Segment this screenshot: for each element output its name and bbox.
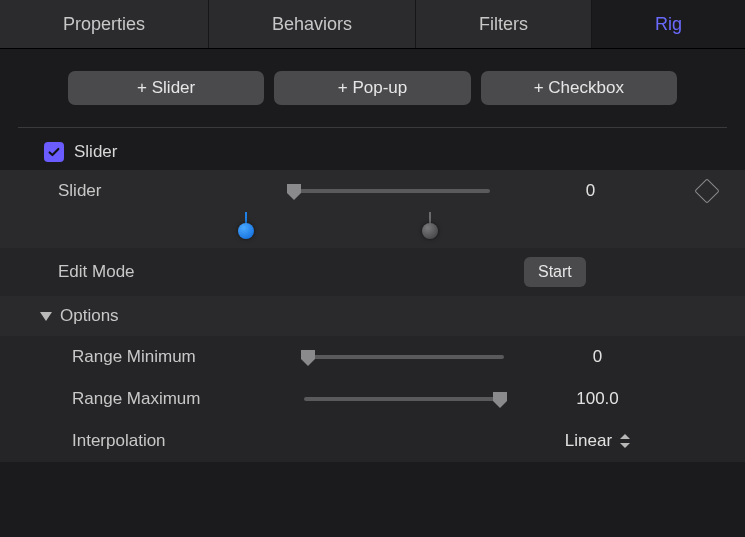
snapshot-pin-active[interactable] xyxy=(238,212,254,238)
range-min-label: Range Minimum xyxy=(0,347,304,367)
add-widget-buttons: + Slider + Pop-up + Checkbox xyxy=(0,49,745,127)
slider-control[interactable] xyxy=(290,179,518,203)
tab-rig[interactable]: Rig xyxy=(592,0,745,48)
slider-value[interactable]: 0 xyxy=(518,181,687,201)
popup-arrows-icon xyxy=(620,434,630,448)
range-min-control[interactable] xyxy=(304,345,532,369)
options-label: Options xyxy=(60,306,119,326)
snapshot-track[interactable] xyxy=(232,212,460,240)
add-popup-button[interactable]: + Pop-up xyxy=(274,71,470,105)
tab-behaviors[interactable]: Behaviors xyxy=(209,0,416,48)
tab-filters[interactable]: Filters xyxy=(416,0,592,48)
options-header-row[interactable]: Options xyxy=(0,296,745,336)
slider-value-row: Slider 0 xyxy=(0,170,745,212)
widget-title: Slider xyxy=(74,142,117,162)
interpolation-label: Interpolation xyxy=(0,431,304,451)
range-max-value[interactable]: 100.0 xyxy=(532,389,687,409)
slider-track xyxy=(290,189,490,193)
add-checkbox-button[interactable]: + Checkbox xyxy=(481,71,677,105)
edit-mode-row: Edit Mode Start xyxy=(0,248,745,296)
widget-enable-checkbox[interactable] xyxy=(44,142,64,162)
range-max-row: Range Maximum 100.0 xyxy=(0,378,745,420)
snapshot-pin[interactable] xyxy=(422,212,438,238)
range-min-track xyxy=(304,355,504,359)
checkmark-icon xyxy=(47,145,61,159)
add-slider-button[interactable]: + Slider xyxy=(68,71,264,105)
interpolation-row: Interpolation Linear xyxy=(0,420,745,462)
range-max-thumb[interactable] xyxy=(491,391,509,409)
interpolation-value: Linear xyxy=(565,431,612,451)
keyframe-icon[interactable] xyxy=(694,178,719,203)
range-min-value[interactable]: 0 xyxy=(532,347,687,367)
snapshot-pin-row xyxy=(0,212,745,248)
widget-header: Slider xyxy=(0,136,745,170)
section-divider xyxy=(18,127,727,128)
edit-mode-start-button[interactable]: Start xyxy=(524,257,586,287)
disclosure-triangle-icon xyxy=(40,312,52,321)
range-max-track xyxy=(304,397,504,401)
range-min-row: Range Minimum 0 xyxy=(0,336,745,378)
slider-thumb[interactable] xyxy=(285,183,303,201)
range-max-control[interactable] xyxy=(304,387,532,411)
edit-mode-label: Edit Mode xyxy=(0,262,290,282)
slider-label: Slider xyxy=(0,181,290,201)
tab-properties[interactable]: Properties xyxy=(0,0,209,48)
slider-widget-section: Slider Slider 0 Edit Mo xyxy=(0,132,745,462)
interpolation-popup[interactable]: Linear xyxy=(565,431,630,451)
range-min-thumb[interactable] xyxy=(299,349,317,367)
range-max-label: Range Maximum xyxy=(0,389,304,409)
tab-bar: Properties Behaviors Filters Rig xyxy=(0,0,745,49)
